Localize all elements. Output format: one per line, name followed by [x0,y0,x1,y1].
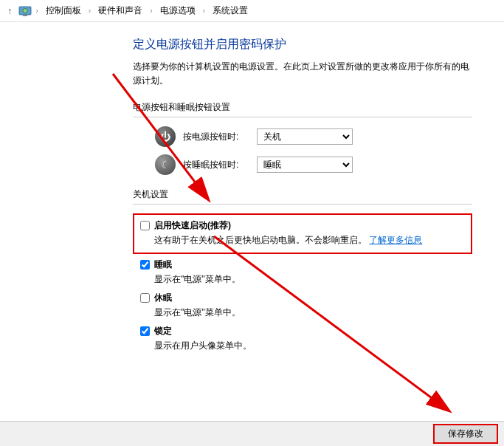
control-panel-icon[interactable] [18,4,32,18]
breadcrumb-item[interactable]: 电源选项 [157,3,199,18]
breadcrumb-item[interactable]: 控制面板 [43,3,84,18]
sleep-option-label: 睡眠 [154,258,172,271]
svg-rect-2 [23,15,27,16]
power-icon: ⏻ [155,126,176,147]
sleep-button-row: ☾ 按睡眠按钮时: 睡眠 [155,154,472,175]
main-content: 定义电源按钮并启用密码保护 选择要为你的计算机设置的电源设置。在此页上对设置所做… [0,22,472,352]
up-arrow-icon[interactable]: ↑ [4,5,15,16]
sleep-option-description: 显示在"电源"菜单中。 [154,272,472,286]
chevron-right-icon: › [201,7,207,15]
sleep-checkbox[interactable] [140,260,150,270]
sleep-button-label: 按睡眠按钮时: [183,159,249,171]
chevron-right-icon: › [87,7,92,15]
divider [133,117,472,117]
lock-option-label: 锁定 [154,325,172,337]
sleep-option: 睡眠 显示在"电源"菜单中。 [140,258,472,286]
fast-startup-label: 启用快速启动(推荐) [154,219,231,232]
breadcrumb: ↑ › 控制面板 › 硬件和声音 › 电源选项 › 系统设置 [0,0,504,22]
hibernate-option: 休眠 显示在"电源"菜单中。 [140,292,472,319]
power-button-select[interactable]: 关机 [257,128,353,145]
chevron-right-icon: › [148,7,153,15]
page-description: 选择要为你的计算机设置的电源设置。在此页上对设置所做的更改将应用于你所有的电源计… [133,60,472,88]
hibernate-checkbox[interactable] [140,293,150,303]
lock-checkbox[interactable] [140,326,150,336]
hibernate-option-description: 显示在"电源"菜单中。 [154,306,472,319]
power-buttons-section: 电源按钮和睡眠按钮设置 ⏻ 按电源按钮时: 关机 ☾ 按睡眠按钮时: 睡眠 [133,101,472,175]
lock-option-description: 显示在用户头像菜单中。 [154,339,472,352]
fast-startup-description: 这有助于在关机之后更快地启动电脑。不会影响重启。 了解更多信息 [154,233,465,247]
fast-startup-checkbox[interactable] [140,221,150,230]
section-heading: 电源按钮和睡眠按钮设置 [133,101,472,114]
breadcrumb-item[interactable]: 硬件和声音 [95,3,145,18]
page-title: 定义电源按钮并启用密码保护 [133,37,472,52]
footer: 保存修改 [0,421,504,446]
section-heading: 关机设置 [133,188,472,201]
divider [133,204,472,205]
sleep-button-select[interactable]: 睡眠 [257,157,353,173]
save-button[interactable]: 保存修改 [433,424,498,444]
shutdown-settings-section: 关机设置 启用快速启动(推荐) 这有助于在关机之后更快地启动电脑。不会影响重启。… [133,188,472,352]
power-button-row: ⏻ 按电源按钮时: 关机 [155,126,472,147]
hibernate-option-label: 休眠 [154,292,172,304]
svg-point-1 [23,8,27,13]
power-button-label: 按电源按钮时: [183,131,249,143]
lock-option: 锁定 显示在用户头像菜单中。 [140,325,472,352]
sleep-icon: ☾ [155,154,176,175]
learn-more-link[interactable]: 了解更多信息 [369,235,422,245]
chevron-right-icon: › [35,7,40,15]
fast-startup-highlight-box: 启用快速启动(推荐) 这有助于在关机之后更快地启动电脑。不会影响重启。 了解更多… [133,213,472,254]
breadcrumb-item[interactable]: 系统设置 [210,3,251,18]
